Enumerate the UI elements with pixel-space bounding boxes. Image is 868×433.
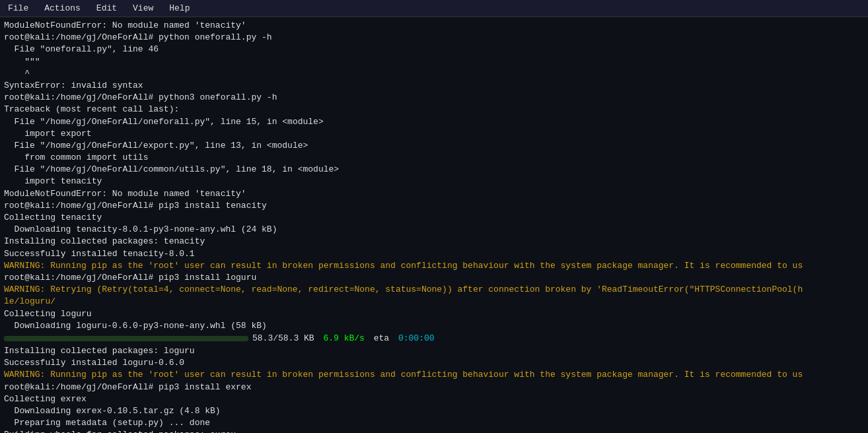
progress-eta-label: eta — [369, 333, 394, 345]
terminal-line: File "oneforall.py", line 46 — [4, 44, 864, 55]
terminal-line: root@kali:/home/gj/OneForAll# python one… — [4, 32, 864, 44]
terminal-line: WARNING: Retrying (Retry(total=4, connec… — [4, 284, 864, 296]
terminal-line: File "/home/gj/OneForAll/export.py", lin… — [4, 140, 864, 152]
progress-stats: 58.3/58.3 KB — [252, 333, 319, 345]
terminal-line: Downloading tenacity-8.0.1-py3-none-any.… — [4, 224, 864, 236]
terminal-line: SyntaxError: invalid syntax — [4, 80, 864, 92]
terminal-line: root@kali:/home/gj/OneForAll# pip3 insta… — [4, 272, 864, 284]
terminal-line: le/loguru/ — [4, 296, 864, 308]
terminal-line: ModuleNotFoundError: No module named 'te… — [4, 188, 864, 200]
menu-view[interactable]: View — [125, 1, 161, 15]
progress-eta-value: 0:00:00 — [398, 333, 435, 345]
terminal-line: Downloading exrex-0.10.5.tar.gz (4.8 kB) — [4, 405, 864, 417]
terminal-line: ModuleNotFoundError: No module named 'te… — [4, 20, 864, 32]
menu-file[interactable]: File — [0, 1, 36, 15]
terminal-line: Traceback (most recent call last): — [4, 104, 864, 116]
terminal-output: ModuleNotFoundError: No module named 'te… — [0, 17, 868, 433]
terminal-line: Successfully installed loguru-0.6.0 — [4, 357, 864, 369]
terminal-line: import export — [4, 128, 864, 140]
terminal-line: Installing collected packages: loguru — [4, 345, 864, 357]
terminal-line: import tenacity — [4, 176, 864, 187]
terminal-line: Successfully installed tenacity-8.0.1 — [4, 248, 864, 260]
terminal-line: WARNING: Running pip as the 'root' user … — [4, 369, 864, 381]
progress-bar-container: 58.3/58.3 KB 6.9 kB/s eta 0:00:00 — [4, 333, 864, 345]
terminal-line: Collecting tenacity — [4, 212, 864, 224]
menu-edit[interactable]: Edit — [89, 1, 125, 15]
terminal-line: Collecting exrex — [4, 393, 864, 405]
terminal-line: File "/home/gj/OneForAll/oneforall.py", … — [4, 116, 864, 128]
terminal-line: Collecting loguru — [4, 308, 864, 320]
terminal-line: Building wheels for collected packages: … — [4, 429, 864, 433]
terminal-line: Installing collected packages: tenacity — [4, 236, 864, 248]
terminal-line: root@kali:/home/gj/OneForAll# pip3 insta… — [4, 200, 864, 212]
terminal-line: root@kali:/home/gj/OneForAll# python3 on… — [4, 92, 864, 104]
progress-bar-bg — [4, 336, 248, 341]
terminal-line: root@kali:/home/gj/OneForAll# pip3 insta… — [4, 382, 864, 393]
terminal-line: Preparing metadata (setup.py) ... done — [4, 417, 864, 429]
menu-help[interactable]: Help — [161, 1, 198, 15]
progress-speed: 6.9 kB/s — [323, 333, 364, 345]
menu-bar: File Actions Edit View Help — [0, 0, 868, 17]
terminal-line: Downloading loguru-0.6.0-py3-none-any.wh… — [4, 320, 864, 332]
terminal-line: File "/home/gj/OneForAll/common/utils.py… — [4, 164, 864, 176]
menu-actions[interactable]: Actions — [36, 1, 89, 15]
terminal-line: WARNING: Running pip as the 'root' user … — [4, 260, 864, 272]
terminal-line: from common import utils — [4, 152, 864, 164]
terminal-line: ^ — [4, 68, 864, 80]
terminal-line: """ — [4, 56, 864, 68]
